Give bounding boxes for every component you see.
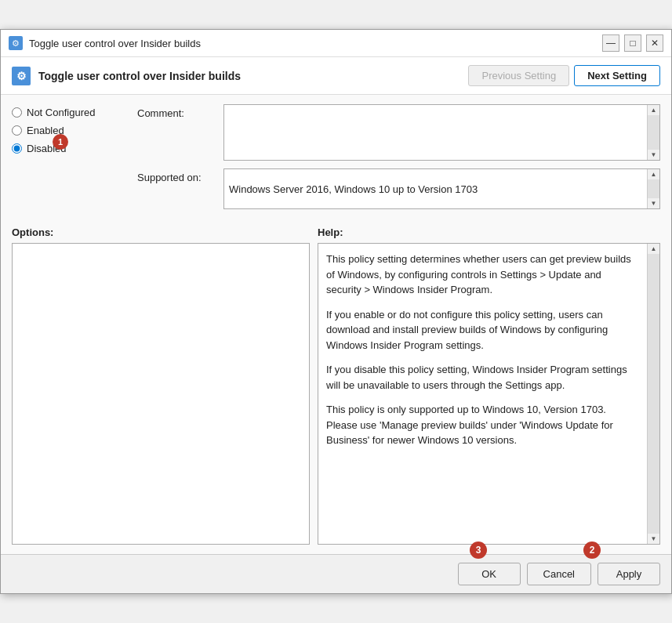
top-section: Not Configured Enabled Disabled 1 <box>12 104 660 217</box>
next-setting-button[interactable]: Next Setting <box>574 65 660 86</box>
help-scrollbar: ▲ ▼ <box>647 244 659 544</box>
help-pane: Help: This policy setting determines whe… <box>318 226 660 545</box>
badge-1: 1 <box>53 134 68 150</box>
help-para-1: This policy setting determines whether u… <box>326 252 639 298</box>
right-section: Comment: ▲ ▼ Support <box>137 104 660 209</box>
options-label: Options: <box>12 226 310 238</box>
footer: 3 2 OK Cancel Apply <box>1 554 671 593</box>
window-icon: ⚙ <box>9 36 23 50</box>
radio-section: Not Configured Enabled Disabled 1 <box>12 104 137 161</box>
help-scroll-down: ▼ <box>651 535 657 542</box>
scroll-down-arrow: ▼ <box>651 151 657 158</box>
apply-button[interactable]: Apply <box>598 563 660 585</box>
title-bar: ⚙ Toggle user control over Insider build… <box>1 30 671 57</box>
help-para-2: If you enable or do not configure this p… <box>326 307 639 353</box>
help-scroll-up: ▲ <box>651 245 657 252</box>
comment-scrollbar: ▲ ▼ <box>647 105 659 160</box>
help-label: Help: <box>318 226 660 238</box>
supported-value: Windows Server 2016, Windows 10 up to Ve… <box>224 169 647 208</box>
comment-textarea-wrapper: ▲ ▼ <box>223 104 660 161</box>
comment-label: Comment: <box>137 104 223 119</box>
enabled-radio-label[interactable]: Enabled <box>12 122 137 139</box>
comment-input[interactable] <box>224 105 647 160</box>
comment-row: Comment: ▲ ▼ <box>137 104 660 161</box>
badge-2: 2 <box>583 542 601 559</box>
window-title: Toggle user control over Insider builds <box>29 38 201 49</box>
supported-field: Windows Server 2016, Windows 10 up to Ve… <box>223 168 660 209</box>
ok-button[interactable]: OK <box>458 563 521 585</box>
comment-field: ▲ ▼ <box>223 104 660 161</box>
title-bar-left: ⚙ Toggle user control over Insider build… <box>9 36 201 50</box>
help-para-4: This policy is only supported up to Wind… <box>326 402 639 448</box>
minimize-button[interactable]: ― <box>602 34 619 52</box>
header-title-group: ⚙ Toggle user control over Insider build… <box>12 67 241 85</box>
help-box: This policy setting determines whether u… <box>318 243 660 545</box>
scroll-track <box>648 115 659 150</box>
header-title-text: Toggle user control over Insider builds <box>38 70 241 82</box>
footer-buttons: OK Cancel Apply <box>458 563 660 585</box>
previous-setting-button[interactable]: Previous Setting <box>468 65 569 86</box>
not-configured-radio-label[interactable]: Not Configured <box>12 104 137 121</box>
disabled-radio-label[interactable]: Disabled 1 <box>12 140 137 157</box>
help-content: This policy setting determines whether u… <box>318 244 647 544</box>
supported-label: Supported on: <box>137 168 223 183</box>
radio-group: Not Configured Enabled Disabled 1 <box>12 104 137 157</box>
header-bar: ⚙ Toggle user control over Insider build… <box>1 57 671 95</box>
main-area: Options: Help: This policy setting deter… <box>12 226 660 545</box>
not-configured-radio[interactable] <box>12 107 22 118</box>
not-configured-label: Not Configured <box>27 107 95 118</box>
supported-scrollbar: ▲ ▼ <box>647 169 659 208</box>
supported-scroll-up: ▲ <box>651 171 657 178</box>
badge-3: 3 <box>470 542 487 559</box>
header-icon: ⚙ <box>12 67 31 85</box>
title-controls: ― □ ✕ <box>602 34 663 52</box>
supported-field-box: Windows Server 2016, Windows 10 up to Ve… <box>223 168 660 209</box>
close-button[interactable]: ✕ <box>646 34 663 52</box>
content-area: Not Configured Enabled Disabled 1 <box>1 95 671 554</box>
maximize-button[interactable]: □ <box>624 34 641 52</box>
header-buttons: Previous Setting Next Setting <box>468 65 660 86</box>
scroll-up-arrow: ▲ <box>651 107 657 114</box>
help-scroll-track <box>648 254 659 534</box>
cancel-button[interactable]: Cancel <box>527 563 591 585</box>
supported-row: Supported on: Windows Server 2016, Windo… <box>137 168 660 209</box>
enabled-radio[interactable] <box>12 125 22 136</box>
main-window: ⚙ Toggle user control over Insider build… <box>0 29 672 594</box>
supported-scroll-down: ▼ <box>651 200 657 207</box>
options-box <box>12 243 310 545</box>
disabled-radio[interactable] <box>12 143 22 154</box>
supported-scroll-track <box>648 179 659 198</box>
options-pane: Options: <box>12 226 310 545</box>
help-para-3: If you disable this policy setting, Wind… <box>326 362 639 393</box>
